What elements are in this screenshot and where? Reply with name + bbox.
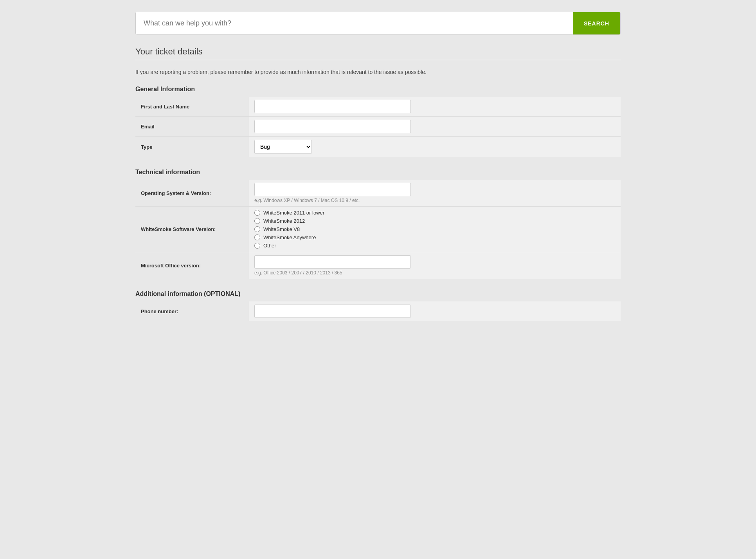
ws-version-other-radio[interactable] xyxy=(254,243,260,249)
page-title: Your ticket details xyxy=(135,47,621,57)
ws-version-input-cell: WhiteSmoke 2011 or lower WhiteSmoke 2012… xyxy=(249,207,621,252)
ws-version-anywhere-label[interactable]: WhiteSmoke Anywhere xyxy=(254,234,615,240)
name-label: First and Last Name xyxy=(135,97,249,117)
type-select[interactable]: Bug Feature Request Question Other xyxy=(254,140,312,154)
table-row: First and Last Name xyxy=(135,97,621,117)
description-text: If you are reporting a problem, please r… xyxy=(135,68,621,76)
ws-version-2011-label[interactable]: WhiteSmoke 2011 or lower xyxy=(254,210,615,216)
ws-version-v8-label[interactable]: WhiteSmoke V8 xyxy=(254,226,615,232)
type-label: Type xyxy=(135,137,249,157)
table-row: Microsoft Office version: e.g. Office 20… xyxy=(135,252,621,279)
os-label: Operating System & Version: xyxy=(135,180,249,207)
page-wrapper: SEARCH Your ticket details If you are re… xyxy=(128,0,628,344)
technical-info-section: Technical information Operating System &… xyxy=(135,169,621,279)
phone-input-cell xyxy=(249,301,621,321)
table-row: Type Bug Feature Request Question Other xyxy=(135,137,621,157)
title-divider xyxy=(135,60,621,60)
ms-office-hint: e.g. Office 2003 / 2007 / 2010 / 2013 / … xyxy=(254,270,615,276)
phone-label: Phone number: xyxy=(135,301,249,321)
search-container: SEARCH xyxy=(135,12,621,35)
ws-version-other-label[interactable]: Other xyxy=(254,243,615,249)
ws-version-anywhere-radio[interactable] xyxy=(254,234,260,240)
ws-version-2012-text: WhiteSmoke 2012 xyxy=(263,218,305,224)
ws-version-anywhere-text: WhiteSmoke Anywhere xyxy=(263,234,316,240)
additional-info-section: Additional information (OPTIONAL) Phone … xyxy=(135,290,621,321)
general-info-label: General Information xyxy=(135,86,621,93)
search-button[interactable]: SEARCH xyxy=(573,12,620,34)
general-info-section: General Information First and Last Name … xyxy=(135,86,621,157)
ws-version-2012-radio[interactable] xyxy=(254,218,260,224)
table-row: Phone number: xyxy=(135,301,621,321)
additional-info-label: Additional information (OPTIONAL) xyxy=(135,290,621,298)
ws-version-other-text: Other xyxy=(263,243,276,249)
ws-version-v8-radio[interactable] xyxy=(254,226,260,232)
os-input-cell: e.g. Windows XP / Windows 7 / Mac OS 10.… xyxy=(249,180,621,207)
ws-version-v8-text: WhiteSmoke V8 xyxy=(263,226,300,232)
ws-version-2012-label[interactable]: WhiteSmoke 2012 xyxy=(254,218,615,224)
table-row: Operating System & Version: e.g. Windows… xyxy=(135,180,621,207)
ws-version-radio-group: WhiteSmoke 2011 or lower WhiteSmoke 2012… xyxy=(254,210,615,249)
technical-info-table: Operating System & Version: e.g. Windows… xyxy=(135,180,621,279)
search-input[interactable] xyxy=(136,12,573,34)
ms-office-input[interactable] xyxy=(254,255,411,269)
phone-input[interactable] xyxy=(254,305,411,318)
table-row: Email xyxy=(135,117,621,137)
ws-version-label: WhiteSmoke Software Version: xyxy=(135,207,249,252)
ms-office-label: Microsoft Office version: xyxy=(135,252,249,279)
ws-version-2011-radio[interactable] xyxy=(254,210,260,216)
os-hint: e.g. Windows XP / Windows 7 / Mac OS 10.… xyxy=(254,198,615,203)
name-input[interactable] xyxy=(254,100,411,113)
os-input[interactable] xyxy=(254,183,411,196)
name-input-cell xyxy=(249,97,621,117)
ms-office-input-cell: e.g. Office 2003 / 2007 / 2010 / 2013 / … xyxy=(249,252,621,279)
table-row: WhiteSmoke Software Version: WhiteSmoke … xyxy=(135,207,621,252)
email-input[interactable] xyxy=(254,120,411,133)
ws-version-2011-text: WhiteSmoke 2011 or lower xyxy=(263,210,324,216)
general-info-table: First and Last Name Email Type Bug Featu… xyxy=(135,97,621,157)
additional-info-table: Phone number: xyxy=(135,301,621,321)
technical-info-label: Technical information xyxy=(135,169,621,176)
email-label: Email xyxy=(135,117,249,137)
email-input-cell xyxy=(249,117,621,137)
type-input-cell: Bug Feature Request Question Other xyxy=(249,137,621,157)
